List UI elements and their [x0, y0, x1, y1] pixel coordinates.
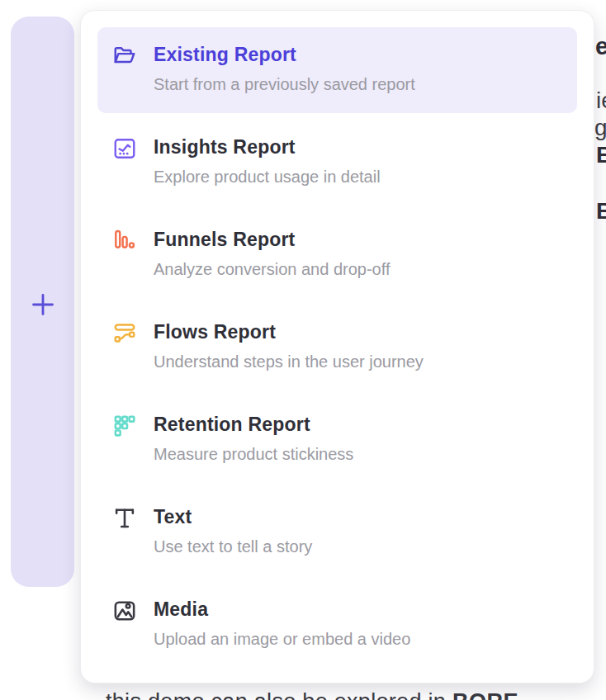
board-add-rail — [11, 17, 74, 587]
menu-item-subtitle: Measure product stickiness — [154, 444, 353, 464]
folder-open-icon — [112, 44, 137, 69]
clipped-text-fragment: ie — [596, 88, 606, 114]
add-report-menu: Existing Report Start from a previously … — [80, 10, 594, 683]
clipped-text-fragment: this demo can also be explored in BORE — [106, 689, 518, 700]
menu-item-subtitle: Use text to tell a story — [154, 537, 312, 556]
menu-item-title: Funnels Report — [154, 228, 390, 251]
menu-item-media[interactable]: Media Upload an image or embed a video — [97, 582, 577, 668]
insights-chart-icon — [112, 136, 137, 161]
menu-item-subtitle: Upload an image or embed a video — [154, 629, 410, 649]
funnel-bars-icon — [112, 229, 137, 253]
menu-item-title: Flows Report — [154, 320, 424, 343]
clipped-text-fragment: ex — [595, 33, 606, 60]
menu-item-existing-report[interactable]: Existing Report Start from a previously … — [97, 27, 577, 113]
add-content-button[interactable] — [28, 290, 58, 319]
text-icon — [112, 506, 137, 531]
menu-item-title: Text — [154, 505, 312, 528]
menu-item-title: Media — [154, 598, 410, 621]
retention-grid-icon — [112, 414, 137, 438]
menu-item-flows-report[interactable]: Flows Report Understand steps in the use… — [97, 305, 577, 390]
clipped-text-fragment: B — [596, 142, 606, 168]
menu-item-subtitle: Understand steps in the user journey — [154, 352, 424, 371]
flows-icon — [112, 321, 137, 346]
menu-item-subtitle: Explore product usage in detail — [154, 167, 381, 187]
clipped-text-fragment: B — [596, 198, 606, 225]
menu-item-title: Insights Report — [154, 135, 381, 158]
menu-item-insights-report[interactable]: Insights Report Explore product usage in… — [97, 120, 577, 206]
menu-item-text[interactable]: Text Use text to tell a story — [97, 490, 577, 575]
plus-icon — [31, 292, 55, 317]
menu-item-funnels-report[interactable]: Funnels Report Analyze conversion and dr… — [97, 212, 577, 298]
menu-item-subtitle: Analyze conversion and drop-off — [154, 259, 390, 279]
menu-item-title: Existing Report — [154, 43, 415, 66]
menu-item-subtitle: Start from a previously saved report — [154, 74, 415, 94]
clipped-text-fragment: gB — [594, 115, 606, 141]
menu-item-title: Retention Report — [154, 413, 353, 436]
media-image-icon — [112, 598, 137, 623]
menu-item-retention-report[interactable]: Retention Report Measure product stickin… — [97, 397, 577, 483]
